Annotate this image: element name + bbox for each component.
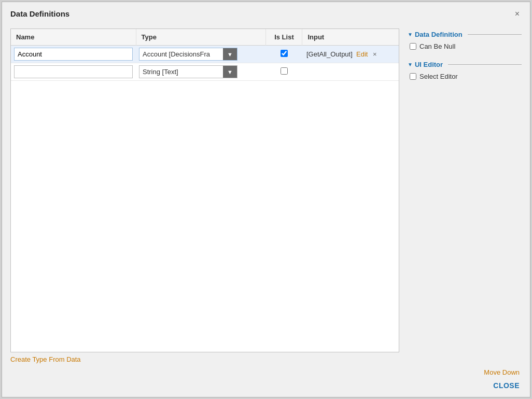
close-x-button[interactable]: × [513,10,522,18]
data-definition-section-body: Can Be Null [410,42,522,53]
right-panel: ▼ Data Definition Can Be Null ▼ UI Edito… [408,28,522,363]
create-type-link[interactable]: Create Type From Data [10,355,399,363]
row1-type-dropdown-btn[interactable]: ▼ [223,48,237,60]
row2-name-cell [11,63,136,81]
data-definitions-table: Name Type Is List Input [11,29,399,81]
row1-type-text: Account [DecisionsFra [139,48,223,60]
select-editor-row: Select Editor [410,73,522,80]
row1-input-text: [GetAll_Output] [306,50,353,58]
row1-name-cell [11,46,136,63]
dialog-body: Name Type Is List Input [2,23,530,363]
row2-islist-checkbox[interactable] [281,67,288,75]
col-header-type: Type [136,29,266,46]
ui-editor-section-body: Select Editor [410,73,522,83]
table-row: Account [DecisionsFra ▼ [GetAll_Output] … [11,46,399,63]
data-definition-section-header: ▼ Data Definition [408,31,522,38]
can-be-null-label: Can Be Null [419,42,455,50]
row1-type-wrapper: Account [DecisionsFra ▼ [139,48,237,61]
main-panel: Name Type Is List Input [10,28,399,363]
row2-type-wrapper: String [Text] ▼ [139,65,237,78]
row2-name-input[interactable] [14,65,133,78]
row2-type-text: String [Text] [139,66,223,78]
row1-name-input[interactable] [14,48,133,61]
col-header-input: Input [302,29,399,46]
row1-islist-checkbox[interactable] [281,50,288,57]
ui-editor-label: UI Editor [415,61,443,68]
row1-input-cell: [GetAll_Output] Edit × [302,46,399,63]
row2-input-cell [302,63,399,81]
can-be-null-row: Can Be Null [410,42,522,50]
row2-type-dropdown-btn[interactable]: ▼ [223,66,237,78]
row1-type-cell: Account [DecisionsFra ▼ [136,46,266,63]
row2-type-cell: String [Text] ▼ [136,63,266,81]
data-definition-triangle-icon: ▼ [408,32,413,37]
col-header-is-list: Is List [266,29,302,46]
data-definitions-dialog: Data Definitions × Name Type Is List Inp… [2,2,530,397]
col-header-name: Name [11,29,136,46]
row1-edit-link[interactable]: Edit [354,50,368,58]
table-row: String [Text] ▼ [11,63,399,81]
dialog-title: Data Definitions [10,9,69,18]
dialog-header: Data Definitions × [2,2,530,23]
data-table-container: Name Type Is List Input [10,28,399,352]
dialog-footer: Move Down CLOSE [2,363,530,397]
move-down-link[interactable]: Move Down [484,368,520,376]
table-header-row: Name Type Is List Input [11,29,399,46]
select-editor-checkbox[interactable] [410,73,416,80]
data-definition-label: Data Definition [415,31,463,38]
close-button[interactable]: CLOSE [493,381,520,390]
ui-editor-triangle-icon: ▼ [408,62,413,67]
ui-editor-section-header: ▼ UI Editor [408,61,522,68]
can-be-null-checkbox[interactable] [410,43,416,50]
select-editor-label: Select Editor [419,73,458,80]
row2-islist-cell [266,63,302,81]
row1-delete-icon[interactable]: × [373,50,377,58]
footer-right: Move Down CLOSE [484,368,520,390]
row1-islist-cell [266,46,302,63]
